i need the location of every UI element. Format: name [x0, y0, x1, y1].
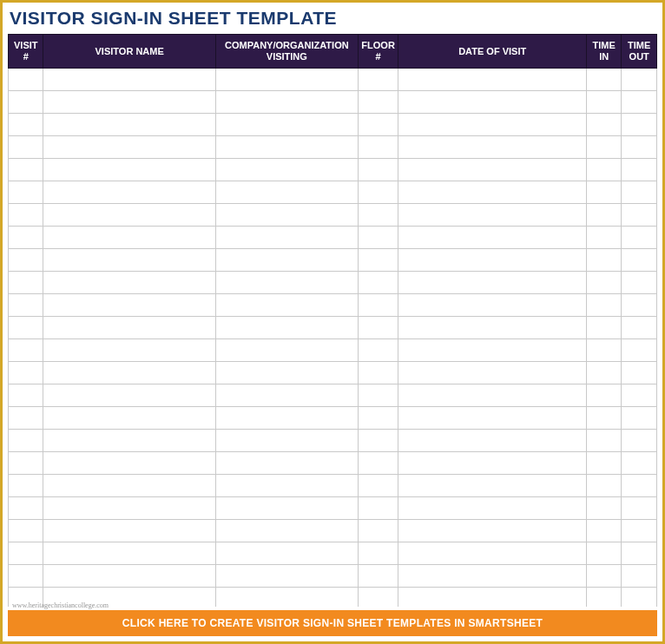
table-cell[interactable]: [9, 475, 43, 497]
table-cell[interactable]: [586, 69, 621, 91]
table-cell[interactable]: [215, 339, 358, 362]
table-cell[interactable]: [358, 384, 398, 407]
table-cell[interactable]: [358, 91, 398, 114]
table-cell[interactable]: [586, 317, 621, 339]
table-cell[interactable]: [358, 294, 398, 317]
table-cell[interactable]: [398, 272, 587, 294]
table-cell[interactable]: [398, 542, 587, 565]
table-cell[interactable]: [622, 317, 657, 339]
table-cell[interactable]: [622, 69, 657, 91]
table-cell[interactable]: [43, 452, 215, 475]
table-cell[interactable]: [43, 339, 215, 362]
table-cell[interactable]: [215, 181, 358, 204]
table-cell[interactable]: [622, 159, 657, 181]
table-cell[interactable]: [43, 69, 215, 91]
table-cell[interactable]: [358, 181, 398, 204]
table-cell[interactable]: [9, 339, 43, 362]
table-cell[interactable]: [398, 497, 587, 520]
table-cell[interactable]: [215, 542, 358, 565]
table-cell[interactable]: [622, 272, 657, 294]
table-cell[interactable]: [622, 565, 657, 588]
table-cell[interactable]: [398, 181, 587, 204]
table-cell[interactable]: [586, 227, 621, 249]
table-cell[interactable]: [9, 407, 43, 430]
table-cell[interactable]: [622, 497, 657, 520]
table-cell[interactable]: [622, 294, 657, 317]
table-cell[interactable]: [43, 249, 215, 272]
table-cell[interactable]: [9, 91, 43, 114]
table-cell[interactable]: [586, 430, 621, 452]
table-cell[interactable]: [215, 136, 358, 159]
table-cell[interactable]: [215, 497, 358, 520]
table-cell[interactable]: [215, 204, 358, 227]
table-cell[interactable]: [398, 294, 587, 317]
table-cell[interactable]: [398, 249, 587, 272]
table-cell[interactable]: [43, 114, 215, 136]
table-cell[interactable]: [215, 317, 358, 339]
table-cell[interactable]: [586, 542, 621, 565]
table-cell[interactable]: [398, 69, 587, 91]
table-cell[interactable]: [43, 91, 215, 114]
table-cell[interactable]: [43, 136, 215, 159]
table-cell[interactable]: [586, 91, 621, 114]
table-cell[interactable]: [215, 294, 358, 317]
table-cell[interactable]: [43, 181, 215, 204]
table-cell[interactable]: [215, 588, 358, 607]
table-cell[interactable]: [215, 114, 358, 136]
table-cell[interactable]: [9, 384, 43, 407]
table-cell[interactable]: [9, 565, 43, 588]
table-cell[interactable]: [9, 227, 43, 249]
table-cell[interactable]: [622, 430, 657, 452]
table-cell[interactable]: [622, 475, 657, 497]
table-cell[interactable]: [398, 114, 587, 136]
table-cell[interactable]: [9, 249, 43, 272]
table-cell[interactable]: [622, 136, 657, 159]
table-cell[interactable]: [622, 249, 657, 272]
table-cell[interactable]: [358, 588, 398, 607]
table-cell[interactable]: [398, 227, 587, 249]
table-cell[interactable]: [622, 181, 657, 204]
table-cell[interactable]: [9, 430, 43, 452]
table-cell[interactable]: [358, 565, 398, 588]
table-cell[interactable]: [586, 565, 621, 588]
table-cell[interactable]: [358, 430, 398, 452]
table-cell[interactable]: [215, 475, 358, 497]
table-cell[interactable]: [586, 588, 621, 607]
table-cell[interactable]: [622, 588, 657, 607]
table-cell[interactable]: [43, 475, 215, 497]
table-cell[interactable]: [43, 204, 215, 227]
table-cell[interactable]: [622, 91, 657, 114]
table-cell[interactable]: [43, 159, 215, 181]
table-cell[interactable]: [622, 452, 657, 475]
table-cell[interactable]: [586, 520, 621, 542]
table-cell[interactable]: [9, 520, 43, 542]
table-cell[interactable]: [398, 384, 587, 407]
table-cell[interactable]: [9, 204, 43, 227]
table-cell[interactable]: [358, 520, 398, 542]
table-cell[interactable]: [43, 294, 215, 317]
table-cell[interactable]: [215, 452, 358, 475]
table-cell[interactable]: [586, 294, 621, 317]
table-cell[interactable]: [398, 136, 587, 159]
table-cell[interactable]: [215, 91, 358, 114]
table-cell[interactable]: [43, 272, 215, 294]
table-cell[interactable]: [398, 452, 587, 475]
table-cell[interactable]: [358, 159, 398, 181]
table-cell[interactable]: [586, 452, 621, 475]
table-cell[interactable]: [398, 565, 587, 588]
table-cell[interactable]: [215, 430, 358, 452]
table-cell[interactable]: [586, 384, 621, 407]
table-cell[interactable]: [622, 520, 657, 542]
table-cell[interactable]: [586, 249, 621, 272]
table-cell[interactable]: [9, 497, 43, 520]
table-cell[interactable]: [358, 407, 398, 430]
table-cell[interactable]: [43, 384, 215, 407]
table-cell[interactable]: [358, 339, 398, 362]
table-cell[interactable]: [622, 114, 657, 136]
table-cell[interactable]: [43, 407, 215, 430]
table-cell[interactable]: [586, 136, 621, 159]
table-cell[interactable]: [398, 520, 587, 542]
table-cell[interactable]: [43, 565, 215, 588]
table-cell[interactable]: [586, 497, 621, 520]
table-cell[interactable]: [358, 227, 398, 249]
